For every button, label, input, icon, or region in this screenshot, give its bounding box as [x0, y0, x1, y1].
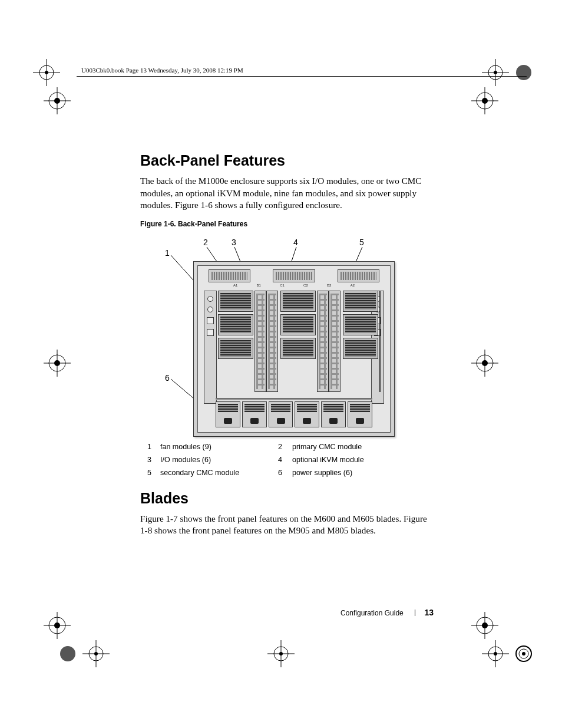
legend-num: 1	[147, 443, 160, 451]
legend-num: 5	[147, 469, 160, 477]
crop-mark-icon	[44, 350, 71, 377]
crop-dot-icon	[510, 59, 537, 86]
legend-text: primary CMC module	[292, 443, 410, 451]
crop-mark-icon	[482, 59, 509, 86]
io-module	[317, 291, 329, 392]
ikvm-module	[273, 269, 315, 282]
fan-module	[280, 314, 316, 335]
power-supply	[321, 401, 346, 427]
header-rule	[77, 76, 527, 77]
legend-num: 2	[278, 443, 292, 451]
legend-text: optional iKVM module	[292, 456, 410, 464]
mid-grid	[204, 291, 384, 391]
fan-module	[343, 314, 378, 335]
paragraph-back-panel: The back of the M1000e enclosure support…	[140, 175, 435, 212]
fan-module	[218, 314, 253, 335]
svg-point-48	[522, 652, 525, 655]
power-supply	[295, 401, 319, 427]
power-supply	[216, 401, 240, 427]
crop-mark-icon	[44, 87, 71, 114]
power-supply	[269, 401, 293, 427]
footer-doc-title: Configuration Guide	[340, 609, 404, 617]
crop-mark-icon	[44, 612, 71, 639]
fan-module	[218, 291, 253, 312]
psu-shelf	[216, 398, 372, 400]
legend-text: fan modules (9)	[160, 443, 278, 451]
crop-mark-icon	[82, 640, 110, 667]
crop-dot-icon	[54, 640, 81, 667]
psu-row	[216, 401, 372, 427]
footer-separator	[415, 610, 415, 616]
figure-legend: 1 fan modules (9) 2 primary CMC module 3…	[147, 443, 435, 477]
heading-blades: Blades	[140, 490, 435, 507]
crop-mark-icon	[33, 59, 60, 86]
io-module	[329, 291, 340, 392]
enclosure-rear-diagram: A1B1C1 C2B2A2	[193, 261, 395, 437]
fan-module	[280, 338, 316, 359]
running-head: U003Cbk0.book Page 13 Wednesday, July 30…	[81, 67, 243, 74]
io-module	[379, 291, 381, 392]
legend-text: power supplies (6)	[292, 469, 410, 477]
io-module	[254, 291, 266, 392]
crop-mark-icon	[267, 640, 295, 667]
svg-point-29	[60, 646, 75, 661]
power-supply	[242, 401, 267, 427]
cmc-secondary-module	[338, 269, 379, 282]
figure-1-6: 1 2 3 4 5 6	[140, 238, 435, 438]
cmc-primary-module	[209, 269, 250, 282]
content-area: Back-Panel Features The back of the M100…	[140, 152, 435, 545]
crop-dot-icon	[510, 640, 537, 667]
page: U003Cbk0.book Page 13 Wednesday, July 30…	[0, 0, 562, 728]
legend-text: I/O modules (6)	[160, 456, 278, 464]
io-slot-labels: A1B1C1 C2B2A2	[233, 284, 355, 289]
footer-page-number: 13	[424, 608, 434, 617]
page-footer: Configuration Guide 13	[340, 608, 434, 617]
crop-mark-icon	[471, 350, 498, 377]
crop-mark-icon	[471, 612, 498, 639]
crop-mark-icon	[482, 640, 509, 667]
legend-num: 4	[278, 456, 292, 464]
power-supply	[348, 401, 372, 427]
svg-point-12	[516, 65, 531, 80]
io-module	[266, 291, 278, 392]
legend-num: 6	[278, 469, 292, 477]
fan-module	[280, 291, 316, 312]
fan-module	[343, 338, 378, 359]
legend-num: 3	[147, 456, 160, 464]
legend-text: secondary CMC module	[160, 469, 278, 477]
figure-caption: Figure 1-6. Back-Panel Features	[140, 220, 435, 228]
heading-back-panel: Back-Panel Features	[140, 152, 435, 169]
fan-module	[218, 338, 253, 359]
fan-module	[343, 291, 378, 312]
paragraph-blades: Figure 1-7 shows the front panel feature…	[140, 513, 435, 537]
crop-mark-icon	[471, 87, 498, 114]
